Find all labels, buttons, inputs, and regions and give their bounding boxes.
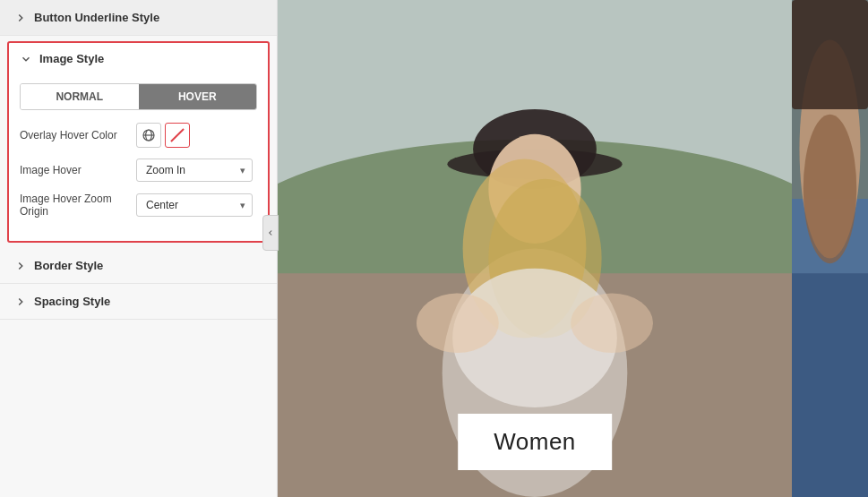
overlay-hover-color-controls bbox=[136, 123, 190, 148]
chevron-right-icon bbox=[14, 12, 27, 24]
overlay-hover-color-row: Overlay Hover Color bbox=[20, 123, 257, 148]
chevron-right-icon-spacing bbox=[14, 296, 27, 308]
svg-rect-20 bbox=[792, 273, 868, 497]
svg-point-14 bbox=[571, 293, 653, 353]
image-hover-zoom-origin-label: Image Hover Zoom Origin bbox=[20, 193, 136, 218]
chevron-left-icon bbox=[266, 227, 275, 239]
man-svg-bg bbox=[792, 0, 868, 497]
svg-rect-19 bbox=[792, 0, 868, 109]
svg-point-13 bbox=[417, 293, 499, 353]
image-style-label: Image Style bbox=[39, 52, 104, 65]
normal-toggle-btn[interactable]: NORMAL bbox=[21, 84, 139, 109]
woman-preview-panel: Women bbox=[278, 0, 792, 497]
globe-icon bbox=[142, 128, 156, 142]
preview-area: Women bbox=[278, 0, 868, 497]
man-preview-panel bbox=[792, 0, 868, 497]
zoom-origin-select-wrap: Center Top Left Top Right Bottom Left Bo… bbox=[136, 193, 253, 217]
border-style-label: Border Style bbox=[34, 259, 103, 272]
women-label: Women bbox=[494, 428, 576, 455]
chevron-right-icon-border bbox=[14, 260, 27, 272]
women-label-box: Women bbox=[458, 414, 612, 470]
border-style-section[interactable]: Border Style bbox=[0, 248, 277, 284]
spacing-style-label: Spacing Style bbox=[34, 295, 110, 308]
chevron-down-icon bbox=[20, 53, 32, 65]
button-underline-style-section[interactable]: Button Underline Style bbox=[0, 0, 277, 36]
image-style-section: Image Style NORMAL HOVER Overlay Hover C… bbox=[7, 41, 270, 243]
button-underline-style-label: Button Underline Style bbox=[34, 11, 159, 24]
image-hover-select[interactable]: Zoom In Zoom Out Slide Left Slide Right … bbox=[136, 159, 253, 182]
image-style-header[interactable]: Image Style bbox=[9, 43, 268, 74]
zoom-origin-select[interactable]: Center Top Left Top Right Bottom Left Bo… bbox=[136, 193, 253, 217]
image-hover-select-wrap: Zoom In Zoom Out Slide Left Slide Right … bbox=[136, 159, 253, 182]
image-hover-zoom-origin-row: Image Hover Zoom Origin Center Top Left … bbox=[20, 193, 257, 218]
color-clear-btn[interactable] bbox=[165, 123, 190, 148]
svg-point-18 bbox=[804, 115, 857, 264]
image-hover-row: Image Hover Zoom In Zoom Out Slide Left … bbox=[20, 159, 257, 182]
hover-toggle-btn[interactable]: HOVER bbox=[139, 84, 257, 109]
overlay-hover-color-label: Overlay Hover Color bbox=[20, 129, 136, 141]
spacing-style-section[interactable]: Spacing Style bbox=[0, 284, 277, 320]
color-globe-btn[interactable] bbox=[136, 123, 161, 148]
woman-image: Women bbox=[278, 0, 792, 497]
panel-collapse-handle[interactable] bbox=[262, 215, 279, 251]
normal-hover-toggle: NORMAL HOVER bbox=[20, 83, 257, 110]
image-hover-label: Image Hover bbox=[20, 164, 136, 176]
image-style-body: NORMAL HOVER Overlay Hover Color bbox=[9, 74, 268, 241]
